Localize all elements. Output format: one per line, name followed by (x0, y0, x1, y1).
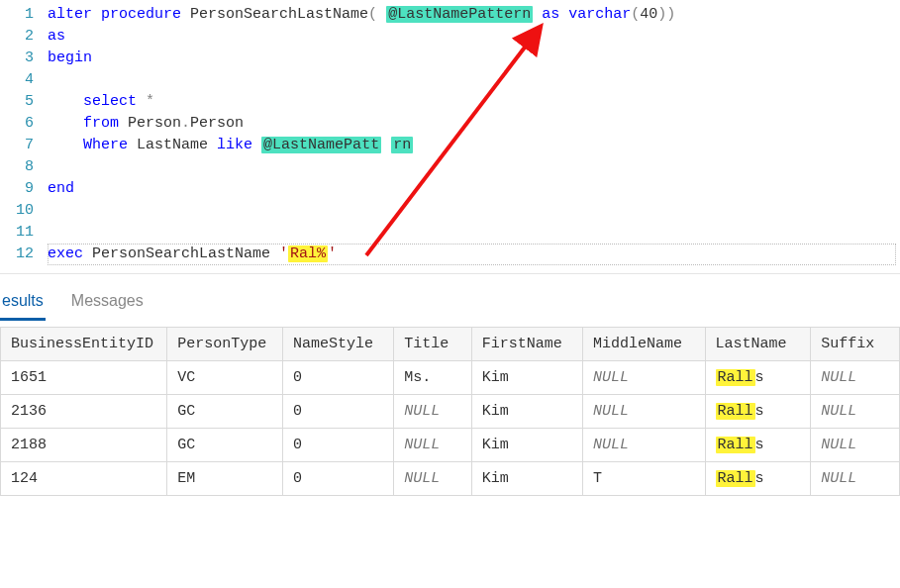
code-content[interactable]: Where LastName like @LastNamePattrn (48, 135, 900, 156)
code-line[interactable]: 6 from Person.Person (0, 113, 900, 135)
cell-suffix[interactable]: NULL (811, 361, 900, 395)
code-line[interactable]: 5 select * (0, 91, 900, 113)
cell-firstname[interactable]: Kim (471, 361, 582, 395)
cell-lastname[interactable]: Ralls (705, 361, 811, 395)
cell-namestyle[interactable]: 0 (283, 361, 394, 395)
code-line[interactable]: 9 end (0, 178, 900, 200)
col-header-middlename[interactable]: MiddleName (583, 328, 705, 361)
code-line[interactable]: 10 (0, 200, 900, 222)
line-number: 10 (0, 200, 48, 222)
cell-title[interactable]: NULL (394, 429, 472, 462)
code-content[interactable]: exec PersonSearchLastName 'Ral%' (48, 244, 900, 265)
schema-name: Person (128, 115, 181, 132)
code-content[interactable] (48, 200, 900, 222)
line-number: 9 (0, 178, 48, 200)
cell-persontype[interactable]: GC (167, 395, 283, 429)
table-name: Person (190, 115, 244, 132)
cell-namestyle[interactable]: 0 (283, 462, 394, 496)
code-content[interactable]: end (48, 178, 900, 200)
cell-namestyle[interactable]: 0 (283, 429, 394, 462)
code-line[interactable]: 2 as (0, 26, 900, 48)
cell-persontype[interactable]: VC (167, 361, 283, 395)
line-number: 4 (0, 69, 48, 91)
code-line[interactable]: 12 exec PersonSearchLastName 'Ral%' (0, 244, 900, 265)
col-header-businessentityid[interactable]: BusinessEntityID (1, 328, 167, 361)
cell-suffix[interactable]: NULL (811, 462, 900, 496)
cell-middlename[interactable]: NULL (583, 395, 705, 429)
col-header-title[interactable]: Title (394, 328, 472, 361)
proc-name: PersonSearchLastName (190, 6, 368, 23)
cell-firstname[interactable]: Kim (471, 395, 582, 429)
cell-middlename[interactable]: NULL (583, 429, 705, 462)
cell-title[interactable]: Ms. (394, 361, 472, 395)
code-line[interactable]: 3 begin (0, 48, 900, 69)
code-content[interactable] (48, 69, 900, 91)
results-grid[interactable]: BusinessEntityID PersonType NameStyle Ti… (0, 327, 900, 496)
results-header-row: BusinessEntityID PersonType NameStyle Ti… (1, 328, 900, 361)
cell-businessentityid[interactable]: 1651 (1, 361, 167, 395)
param-ref-tail: rn (391, 137, 413, 153)
kw-as: as (48, 28, 65, 45)
result-tabs: esults Messages (0, 274, 900, 321)
col-header-lastname[interactable]: LastName (705, 328, 811, 361)
param-ref-a: @LastNamePatt (263, 137, 379, 153)
cell-title[interactable]: NULL (394, 462, 472, 496)
code-content[interactable] (48, 156, 900, 178)
code-content[interactable]: alter procedure PersonSearchLastName( @L… (48, 4, 900, 26)
code-content[interactable]: begin (48, 48, 900, 69)
line-number: 8 (0, 156, 48, 178)
tab-results[interactable]: esults (0, 288, 46, 321)
code-content[interactable]: as (48, 26, 900, 48)
col-header-firstname[interactable]: FirstName (471, 328, 582, 361)
cell-middlename[interactable]: T (583, 462, 705, 496)
kw-from: from (83, 115, 119, 132)
code-line[interactable]: 4 (0, 69, 900, 91)
results-body: 1651VC0Ms.KimNULLRallsNULL2136GC0NULLKim… (1, 361, 900, 496)
cell-suffix[interactable]: NULL (811, 429, 900, 462)
quote-icon: ' (328, 245, 337, 262)
sql-editor[interactable]: 1 alter procedure PersonSearchLastName( … (0, 0, 900, 274)
code-content[interactable]: select * (48, 91, 900, 113)
cell-middlename[interactable]: NULL (583, 361, 705, 395)
table-row[interactable]: 2188GC0NULLKimNULLRallsNULL (1, 429, 900, 462)
kw-where: Where (83, 137, 128, 153)
lastname-highlight: Rall (716, 437, 755, 453)
code-line[interactable]: 1 alter procedure PersonSearchLastName( … (0, 4, 900, 26)
cell-firstname[interactable]: Kim (471, 429, 582, 462)
table-row[interactable]: 2136GC0NULLKimNULLRallsNULL (1, 395, 900, 429)
col-header-namestyle[interactable]: NameStyle (283, 328, 394, 361)
col-header-persontype[interactable]: PersonType (167, 328, 283, 361)
kw-alter: alter (48, 6, 92, 23)
cell-title[interactable]: NULL (394, 395, 472, 429)
kw-procedure: procedure (101, 6, 181, 23)
code-line[interactable]: 11 (0, 222, 900, 244)
cell-namestyle[interactable]: 0 (283, 395, 394, 429)
code-line[interactable]: 8 (0, 156, 900, 178)
cell-lastname[interactable]: Ralls (705, 462, 811, 496)
cell-persontype[interactable]: GC (167, 429, 283, 462)
col-header-suffix[interactable]: Suffix (811, 328, 900, 361)
cell-lastname[interactable]: Ralls (705, 395, 811, 429)
type-size: 40 (640, 6, 657, 23)
tab-messages[interactable]: Messages (69, 288, 146, 321)
paren-close-icon: ) (657, 6, 666, 23)
code-line[interactable]: 7 Where LastName like @LastNamePattrn (0, 135, 900, 156)
cell-firstname[interactable]: Kim (471, 462, 582, 496)
paren-open-icon: ( (368, 6, 377, 23)
cell-suffix[interactable]: NULL (811, 395, 900, 429)
cell-businessentityid[interactable]: 124 (1, 462, 167, 496)
string-arg: Ral% (288, 245, 328, 262)
cell-businessentityid[interactable]: 2136 (1, 395, 167, 429)
cell-lastname[interactable]: Ralls (705, 429, 811, 462)
table-row[interactable]: 124EM0NULLKimTRallsNULL (1, 462, 900, 496)
code-content[interactable] (48, 222, 900, 244)
table-row[interactable]: 1651VC0Ms.KimNULLRallsNULL (1, 361, 900, 395)
kw-as: as (542, 6, 559, 23)
param-name: @LastNamePattern (386, 6, 533, 23)
cell-businessentityid[interactable]: 2188 (1, 429, 167, 462)
cell-persontype[interactable]: EM (167, 462, 283, 496)
line-number: 5 (0, 91, 48, 113)
code-content[interactable]: from Person.Person (48, 113, 900, 135)
kw-like: like (217, 137, 252, 153)
lastname-highlight: Rall (716, 403, 755, 420)
